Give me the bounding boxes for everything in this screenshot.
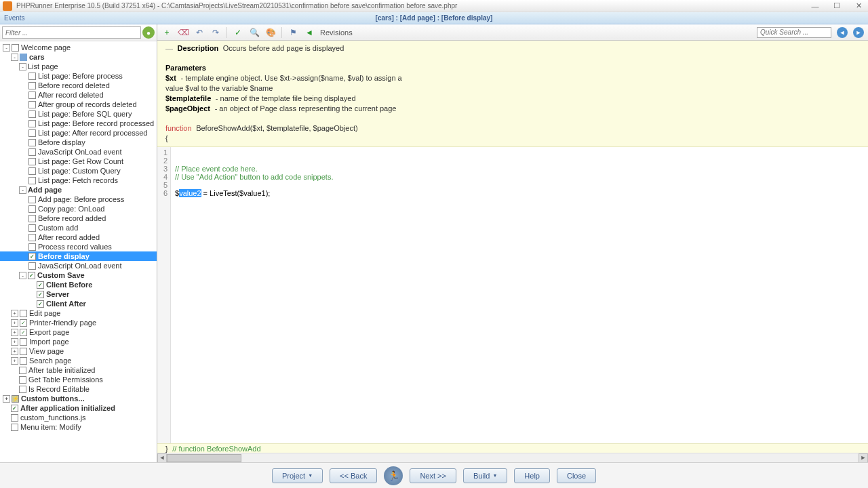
undo-icon[interactable]: ↶ [194, 27, 205, 38]
tree-custom-functions[interactable]: custom_functions.js [0, 413, 157, 422]
code-header: — Description Occurs before add page is … [157, 41, 868, 147]
tree-get-row-count[interactable]: List page: Get Row Count [0, 157, 157, 166]
breadcrumb: [cars] : [Add page] : [Before display] [376, 14, 493, 22]
nav-prev-icon[interactable]: ◄ [837, 27, 848, 38]
tree-after-record-added[interactable]: After record added [0, 232, 157, 242]
tree-view-page[interactable]: +View page [0, 346, 157, 356]
back-button[interactable]: << Back [330, 468, 377, 483]
editor-area: + ⌫ ↶ ↷ ✓ 🔍 🎨 ⚑ ◄ Revisions ◄ ► — Descri… [157, 24, 868, 462]
scroll-left-icon[interactable]: ◄ [157, 453, 167, 463]
delete-icon[interactable]: ⌫ [178, 27, 189, 38]
tree-after-group-deleted[interactable]: After group of records deleted [0, 100, 157, 109]
search-icon[interactable]: 🔍 [249, 27, 260, 38]
tree-before-display-list[interactable]: Before display [0, 138, 157, 147]
tree-custom-add[interactable]: Custom add [0, 223, 157, 232]
events-menu[interactable]: Events [4, 14, 25, 22]
tree-client-after[interactable]: ✓Client After [0, 299, 157, 308]
redo-icon[interactable]: ↷ [210, 27, 221, 38]
tree-after-record-deleted[interactable]: After record deleted [0, 90, 157, 100]
tree-printer-page[interactable]: +✓Printer-friendly page [0, 318, 157, 327]
tree-fetch-records[interactable]: List page: Fetch records [0, 176, 157, 185]
tree-process-record-values[interactable]: Process record values [0, 242, 157, 251]
tree-list-page[interactable]: -List page [0, 62, 157, 71]
tree-add-page[interactable]: -Add page [0, 185, 157, 195]
tree-cars[interactable]: -cars [0, 52, 157, 62]
code-footer: } } // function BeforeShowAdd // functio… [157, 443, 868, 453]
app-icon [3, 1, 12, 11]
tree-list-before-process[interactable]: List page: Before process [0, 71, 157, 81]
tree-after-table-init[interactable]: After table initialized [0, 365, 157, 375]
tree-import-page[interactable]: +Import page [0, 337, 157, 346]
code-lines[interactable]: // Place event code here. // Use "Add Ac… [171, 147, 868, 443]
tree-copy-onload[interactable]: Copy page: OnLoad [0, 204, 157, 214]
tree-welcome[interactable]: -Welcome page [0, 43, 157, 52]
event-tree: -Welcome page -cars -List page List page… [0, 41, 157, 462]
title-bar: PHPRunner Enterprise 10.5 (Build 37251 x… [0, 0, 868, 12]
bottom-bar: Project▼ << Back 🏃 Next >> Build▼ Help C… [0, 462, 868, 488]
tree-client-before[interactable]: ✓Client Before [0, 280, 157, 289]
code-body[interactable]: 123456 // Place event code here. // Use … [157, 147, 868, 443]
check-icon[interactable]: ✓ [233, 27, 243, 38]
window-title: PHPRunner Enterprise 10.5 (Build 37251 x… [16, 2, 808, 9]
tree-edit-page[interactable]: +Edit page [0, 308, 157, 318]
nav-next-icon[interactable]: ► [853, 27, 864, 38]
minimize-button[interactable]: — [808, 1, 822, 11]
tree-export-page[interactable]: +✓Export page [0, 327, 157, 337]
maximize-button[interactable]: ☐ [830, 1, 844, 11]
tree-before-record-added[interactable]: Before record added [0, 214, 157, 223]
tree-js-onload-add[interactable]: JavaScript OnLoad event [0, 261, 157, 270]
tree-menu-modify[interactable]: Menu item: Modify [0, 422, 157, 432]
tree-custom-query[interactable]: List page: Custom Query [0, 166, 157, 176]
palette-icon[interactable]: 🎨 [265, 27, 276, 38]
close-button[interactable]: Close [557, 468, 596, 483]
build-button[interactable]: Build▼ [463, 468, 507, 483]
menu-bar: Events [cars] : [Add page] : [Before dis… [0, 12, 868, 24]
tree-is-record-editable[interactable]: Is Record Editable [0, 384, 157, 394]
filter-go-button[interactable]: ● [142, 26, 155, 39]
tree-list-before-sql[interactable]: List page: Before SQL query [0, 109, 157, 119]
filter-input[interactable] [2, 26, 141, 39]
add-icon[interactable]: + [161, 27, 172, 38]
tree-get-table-perms[interactable]: Get Table Permissions [0, 375, 157, 384]
tree-before-display-add[interactable]: ✓Before display [0, 251, 157, 261]
tree-search-page[interactable]: +Search page [0, 356, 157, 365]
editor-toolbar: + ⌫ ↶ ↷ ✓ 🔍 🎨 ⚑ ◄ Revisions ◄ ► [157, 24, 868, 41]
tag-icon[interactable]: ⚑ [288, 27, 298, 38]
tree-server[interactable]: ✓Server [0, 289, 157, 299]
back-icon[interactable]: ◄ [304, 27, 315, 38]
tree-after-app-init[interactable]: ✓After application initialized [0, 403, 157, 413]
tree-before-record-deleted[interactable]: Before record deleted [0, 81, 157, 90]
scroll-thumb[interactable] [167, 454, 241, 462]
tree-list-before-rec-processed[interactable]: List page: Before record processed [0, 119, 157, 128]
tree-custom-buttons[interactable]: +⚡Custom buttons... [0, 394, 157, 403]
project-button[interactable]: Project▼ [272, 468, 323, 483]
tree-add-before-process[interactable]: Add page: Before process [0, 195, 157, 204]
scroll-right-icon[interactable]: ► [859, 453, 868, 463]
tree-custom-save[interactable]: -✓Custom Save [0, 270, 157, 280]
sidebar: ● -Welcome page -cars -List page List pa… [0, 24, 157, 462]
revisions-button[interactable]: Revisions [320, 28, 353, 37]
tree-list-after-rec-processed[interactable]: List page: After record processed [0, 128, 157, 138]
line-gutter: 123456 [157, 147, 171, 443]
help-button[interactable]: Help [514, 468, 550, 483]
tree-js-onload-list[interactable]: JavaScript OnLoad event [0, 147, 157, 157]
quick-search-input[interactable] [757, 27, 831, 38]
runner-icon[interactable]: 🏃 [384, 466, 403, 485]
next-button[interactable]: Next >> [410, 468, 456, 483]
close-window-button[interactable]: ✕ [852, 1, 865, 11]
horizontal-scrollbar[interactable]: ◄ ► [157, 453, 868, 462]
